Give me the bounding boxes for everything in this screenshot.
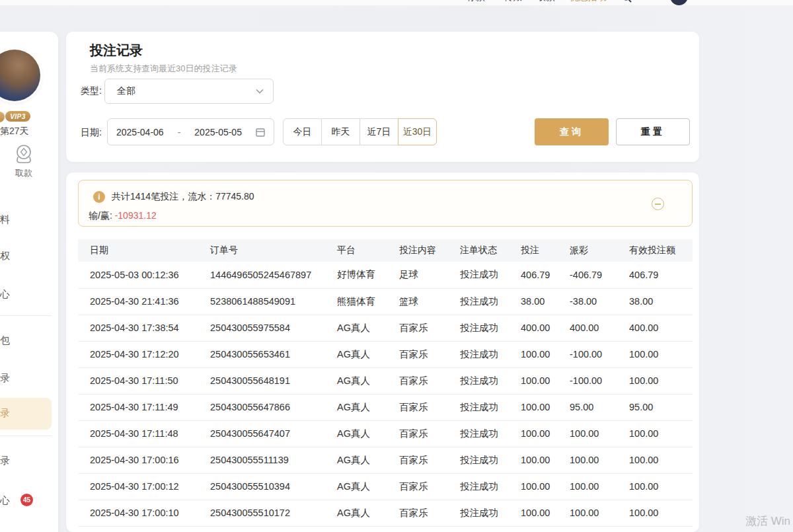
sidebar-item-wallet[interactable]: 包 (0, 334, 13, 347)
cell-bet-content: 百家乐 (399, 367, 460, 394)
col-header-date: 日期 (78, 239, 210, 262)
cell-valid-amount: 400.00 (629, 315, 693, 341)
search-icon[interactable] (622, 0, 632, 3)
date-range-input[interactable]: 2025-04-06 - 2025-05-05 (107, 118, 274, 145)
cell-bet-content: 百家乐 (399, 420, 460, 447)
table-row: 2025-05-03 00:12:36 1446496505245467897 … (78, 262, 693, 288)
cell-platform: AG真人 (337, 420, 399, 447)
sidebar-item-message-center[interactable]: 心 (0, 494, 13, 507)
cell-payout: 100.00 (570, 500, 629, 526)
user-avatar[interactable] (670, 0, 688, 5)
date-range-dash: - (178, 127, 181, 137)
table-body: 2025-05-03 00:12:36 1446496505245467897 … (78, 262, 693, 526)
cell-date: 2025-04-30 17:00:16 (78, 447, 210, 473)
summary-banner: i 共计1414笔投注，流水：77745.80 输/赢: -10931.12 (78, 180, 693, 227)
minus-circle-icon[interactable] (652, 198, 664, 210)
topnav-item-promo[interactable]: 优惠活动 (570, 0, 607, 3)
filters-card: 投注记录 当前系统支持查询最近30日的投注记录 类型: 全部 日期: 2025-… (66, 32, 699, 162)
cell-status: 投注成功 (460, 500, 521, 526)
cell-order-number: 250430055647407 (210, 420, 337, 447)
col-header-payout: 派彩 (570, 239, 629, 262)
cell-bet-amount: 100.00 (521, 473, 570, 500)
topnav-item-transfer[interactable]: 转账 (504, 0, 522, 3)
cell-platform: AG真人 (337, 315, 399, 341)
cell-payout: -100.00 (570, 341, 629, 367)
cell-order-number: 250430055510394 (210, 473, 337, 500)
sidebar-item-center[interactable]: 心 (0, 288, 13, 301)
search-button[interactable]: 查询 (535, 118, 609, 145)
cell-valid-amount: 100.00 (629, 447, 693, 473)
cell-date: 2025-04-30 17:12:20 (78, 341, 210, 367)
cell-bet-amount: 100.00 (521, 394, 570, 420)
sidebar-item-profile[interactable]: 料 (0, 213, 13, 226)
type-select[interactable]: 全部 (104, 79, 274, 104)
cell-status: 投注成功 (460, 262, 521, 288)
cell-payout: -406.79 (570, 262, 629, 288)
sidebar-item-records[interactable]: 录 (0, 372, 13, 385)
sidebar-item-bet-records-active[interactable]: 录 (0, 407, 13, 420)
cell-bet-content: 百家乐 (399, 341, 460, 367)
table-header-row: 日期 订单号 平台 投注内容 注单状态 投注 派彩 有效投注额 (78, 239, 693, 262)
col-header-content: 投注内容 (399, 239, 460, 262)
cell-bet-amount: 38.00 (521, 288, 570, 315)
sidebar-withdraw-shortcut[interactable]: 取款 (0, 143, 48, 179)
cell-order-number: 250430055510172 (210, 500, 337, 526)
cell-date: 2025-05-03 00:12:36 (78, 262, 210, 288)
sidebar-item-other-records[interactable]: 录 (0, 455, 13, 467)
table-row: 2025-04-30 17:00:10 250430055510172 AG真人… (78, 500, 693, 526)
cell-payout: 100.00 (570, 447, 629, 473)
table-row: 2025-04-30 17:00:12 250430055510394 AG真人… (78, 473, 693, 500)
cell-status: 投注成功 (460, 341, 521, 367)
cell-platform: AG真人 (337, 473, 399, 500)
cell-status: 投注成功 (460, 473, 521, 500)
table-row: 2025-04-30 21:41:36 5238061488549091 熊猫体… (78, 288, 693, 315)
cell-date: 2025-04-30 21:41:36 (78, 288, 210, 315)
date-start-value: 2025-04-06 (116, 127, 164, 137)
table-row: 2025-04-30 17:12:20 250430055653461 AG真人… (78, 341, 693, 367)
table-row: 2025-04-30 17:11:50 250430055648191 AG真人… (78, 367, 693, 394)
message-count-badge: 45 (20, 494, 33, 506)
cell-order-number: 250430055648191 (210, 367, 337, 394)
sidebar-item-privileges[interactable]: 权 (0, 250, 13, 262)
quick-date-30days[interactable]: 近30日 (398, 118, 437, 145)
vip-medal-icon (0, 112, 5, 122)
quick-date-today[interactable]: 今日 (283, 118, 322, 145)
cell-bet-content: 足球 (399, 262, 460, 288)
sidebar-divider (0, 315, 52, 316)
cell-payout: 100.00 (570, 473, 629, 500)
cell-status: 投注成功 (460, 447, 521, 473)
cell-status: 投注成功 (460, 315, 521, 341)
cell-payout: 100.00 (570, 420, 629, 447)
cell-platform: AG真人 (337, 500, 399, 526)
cell-bet-content: 百家乐 (399, 394, 460, 420)
cell-bet-content: 百家乐 (399, 500, 460, 526)
calendar-icon (256, 128, 265, 137)
date-filter-label: 日期: (81, 127, 102, 139)
table-row: 2025-04-30 17:00:16 250430055511139 AG真人… (78, 447, 693, 473)
cell-payout: -38.00 (570, 288, 629, 315)
cell-valid-amount: 406.79 (629, 262, 693, 288)
topnav-item-withdraw[interactable]: 取款 (537, 0, 555, 3)
profile-avatar[interactable] (0, 50, 40, 101)
cell-valid-amount: 100.00 (629, 420, 693, 447)
cell-status: 投注成功 (460, 394, 521, 420)
cell-bet-content: 百家乐 (399, 473, 460, 500)
membership-day-label: 第27天 (0, 126, 29, 137)
cell-order-number: 250430055511139 (210, 447, 337, 473)
winloss-label: 输/赢: (89, 210, 112, 221)
cell-bet-amount: 100.00 (521, 500, 570, 526)
reset-button[interactable]: 重置 (616, 118, 690, 145)
cell-order-number: 1446496505245467897 (210, 262, 337, 288)
topnav-item-deposit[interactable]: 存款 (467, 0, 485, 3)
cell-date: 2025-04-30 17:11:49 (78, 394, 210, 420)
cell-platform: 熊猫体育 (337, 288, 399, 315)
table-row: 2025-04-30 17:11:49 250430055647866 AG真人… (78, 394, 693, 420)
cell-status: 投注成功 (460, 367, 521, 394)
cell-platform: AG真人 (337, 341, 399, 367)
withdraw-label: 取款 (0, 167, 48, 179)
quick-date-7days[interactable]: 近7日 (359, 118, 398, 145)
cell-valid-amount: 100.00 (629, 367, 693, 394)
quick-date-yesterday[interactable]: 昨天 (321, 118, 360, 145)
page-subtitle: 当前系统支持查询最近30日的投注记录 (90, 63, 237, 75)
cell-date: 2025-04-30 17:00:10 (78, 500, 210, 526)
